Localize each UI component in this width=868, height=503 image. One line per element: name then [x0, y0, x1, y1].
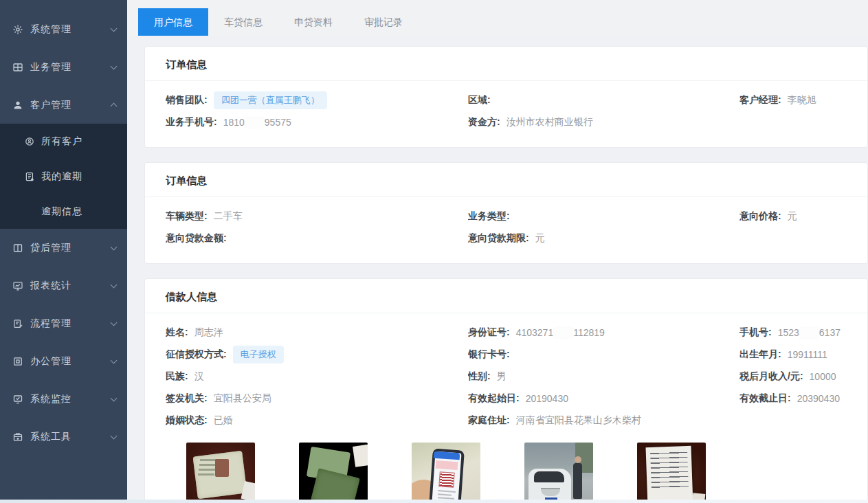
field-issuing-authority: 签发机关: 宜阳县公安局 [166, 388, 468, 410]
sidebar-item-business-management[interactable]: 业务管理 [0, 48, 127, 86]
book-icon [12, 243, 23, 254]
tab-user-info[interactable]: 用户信息 [138, 8, 208, 36]
chevron-down-icon [111, 25, 118, 32]
field-name: 姓名: 周志洋 [166, 322, 468, 344]
chevron-up-icon [111, 103, 118, 110]
field-business-phone: 业务手机号: 181095575 [166, 111, 468, 133]
field-value: 河南省宜阳县花果山乡木柴村 [516, 414, 641, 427]
field-intent-loan-amount: 意向贷款金额: [166, 227, 468, 249]
detail-tabbar: 用户信息 车贷信息 申贷资料 审批记录 [127, 0, 868, 36]
sidebar-item-label: 贷后管理 [30, 242, 111, 254]
field-label: 税后月收入/元: [739, 370, 803, 383]
sidebar-item-label: 报表统计 [30, 280, 111, 292]
chevron-down-icon [111, 63, 118, 69]
sidebar-item-overdue-info[interactable]: 逾期信息 [0, 194, 127, 229]
sidebar-item-label: 办公管理 [30, 355, 111, 368]
sidebar-item-label: 流程管理 [30, 317, 111, 330]
field-value: 元 [535, 232, 545, 245]
sidebar-item-label: 所有客户 [41, 135, 116, 148]
bottom-edge-strip [0, 500, 868, 503]
detail-scroll-area[interactable]: 订单信息 销售团队: 四团一营（直属王鹏飞） 区域: 客户经理: 李晓旭 [127, 36, 868, 503]
sidebar-item-all-customers[interactable]: 所有客户 [0, 124, 127, 159]
borrower-info-card: 借款人信息 姓名: 周志洋 身份证号: 4103271112819 手机号: 1… [144, 278, 868, 503]
sidebar-item-label: 业务管理 [30, 61, 111, 74]
sidebar-item-report-statistics[interactable]: 报表统计 [0, 267, 127, 304]
field-label: 意向价格: [739, 210, 781, 223]
order-info-card: 订单信息 销售团队: 四团一营（直属王鹏飞） 区域: 客户经理: 李晓旭 [144, 46, 868, 148]
field-intent-loan-term: 意向贷款期限: 元 [468, 227, 739, 249]
field-id-number: 身份证号: 4103271112819 [468, 322, 739, 344]
nested-square-icon [12, 356, 23, 367]
redaction-block [800, 328, 819, 338]
field-value: 20190430 [526, 393, 568, 404]
field-label: 客户经理: [739, 94, 781, 107]
field-region: 区域: [468, 89, 739, 111]
customers-icon [24, 136, 35, 147]
card-title: 订单信息 [145, 163, 867, 197]
field-label: 业务类型: [468, 210, 510, 223]
tab-car-loan-info[interactable]: 车贷信息 [208, 8, 278, 36]
gear-icon [12, 24, 23, 35]
sidebar-item-customer-management[interactable]: 客户管理 [0, 86, 127, 124]
field-birth-date: 出生年月: 19911111 [739, 344, 847, 366]
sidebar-item-process-management[interactable]: 流程管理 [0, 304, 127, 342]
field-value: 男 [497, 370, 507, 383]
field-value: 周志洋 [194, 326, 223, 339]
phone-qr-photo[interactable] [412, 443, 480, 503]
handwritten-doc-photo[interactable] [637, 443, 706, 503]
field-value: 汉 [194, 370, 204, 383]
sidebar-item-postloan-management[interactable]: 贷后管理 [0, 229, 127, 267]
field-empty [739, 410, 847, 432]
field-monthly-income: 税后月收入/元: 10000 [739, 366, 847, 388]
field-value: 181095575 [223, 117, 291, 128]
field-mobile: 手机号: 15236137 [739, 322, 847, 344]
sidebar-item-my-overdue[interactable]: 我的逾期 [0, 159, 127, 194]
sidebar-item-label: 客户管理 [30, 99, 111, 111]
sidebar-item-label: 我的逾期 [41, 170, 116, 183]
sidebar-item-label: 系统管理 [30, 23, 111, 36]
field-label: 业务手机号: [166, 116, 217, 128]
chevron-down-icon [111, 394, 118, 401]
license-booklet-photo[interactable] [299, 443, 368, 503]
field-intent-price: 意向价格: 元 [739, 205, 847, 227]
sidebar-item-system-tools[interactable]: 系统工具 [0, 418, 127, 456]
card-title: 订单信息 [145, 47, 867, 81]
sidebar-item-system-monitor[interactable]: 系统监控 [0, 380, 127, 418]
sidebar-item-system-management[interactable]: 系统管理 [0, 10, 127, 48]
field-label: 银行卡号: [468, 348, 510, 361]
field-funder: 资金方: 汝州市农村商业银行 [468, 111, 739, 133]
sidebar: 系统管理 业务管理 客户管理 所有客户 [0, 0, 127, 503]
photo-item: 人像面 [186, 443, 255, 503]
monitor-chart-icon [12, 280, 23, 291]
field-label: 家庭住址: [468, 414, 510, 427]
field-value: 宜阳县公安局 [214, 392, 271, 405]
field-value: 15236137 [778, 327, 841, 338]
field-label: 区域: [468, 94, 491, 107]
field-value: 元 [788, 210, 797, 223]
toolbox-icon [12, 432, 23, 443]
person-car-photo[interactable] [524, 443, 593, 503]
photo-item: 材料补充 [637, 443, 706, 503]
sales-team-tag[interactable]: 四团一营（直属王鹏飞） [214, 91, 327, 109]
redaction-block [554, 328, 572, 338]
sidebar-item-label: 逾期信息 [41, 205, 116, 218]
field-marital-status: 婚姻状态: 已婚 [166, 410, 468, 432]
field-label: 有效起始日: [468, 392, 520, 405]
field-label: 民族: [166, 370, 188, 383]
id-card-photo[interactable] [186, 443, 255, 503]
sidebar-item-office-management[interactable]: 办公管理 [0, 342, 127, 380]
card-title: 借款人信息 [145, 279, 867, 313]
loan-intent-card: 订单信息 车辆类型: 二手车 业务类型: 意向价格: 元 [144, 162, 868, 264]
field-vehicle-type: 车辆类型: 二手车 [166, 205, 468, 227]
tab-loan-application-docs[interactable]: 申贷资料 [278, 8, 348, 36]
field-ethnicity: 民族: 汉 [166, 366, 468, 388]
field-value: 二手车 [214, 210, 243, 223]
field-credit-auth-method: 征信授权方式: 电子授权 [166, 344, 468, 366]
credit-auth-tag[interactable]: 电子授权 [233, 346, 284, 364]
field-sales-team: 销售团队: 四团一营（直属王鹏飞） [166, 89, 468, 111]
field-label: 资金方: [468, 116, 500, 128]
tab-approval-records[interactable]: 审批记录 [348, 8, 419, 36]
sidebar-submenu-customer: 所有客户 我的逾期 逾期信息 [0, 124, 127, 229]
chevron-down-icon [111, 357, 118, 364]
sidebar-item-label: 系统监控 [30, 393, 111, 405]
